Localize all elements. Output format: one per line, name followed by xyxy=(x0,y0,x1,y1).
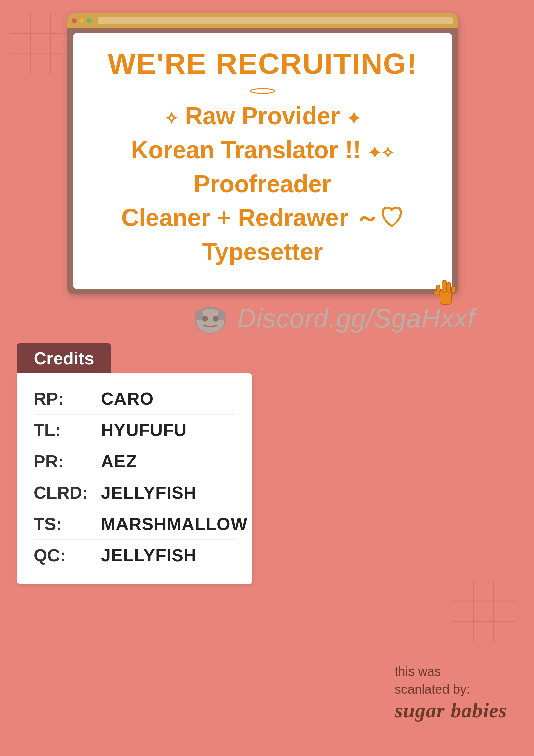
credits-row: PR:AEZ xyxy=(34,446,236,477)
svg-point-17 xyxy=(202,316,208,322)
svg-rect-14 xyxy=(434,291,440,295)
credits-value: CARO xyxy=(101,389,154,409)
credits-value: AEZ xyxy=(101,451,137,471)
scanlated-brand: sugar babies xyxy=(395,698,507,722)
svg-point-18 xyxy=(213,316,219,322)
svg-rect-13 xyxy=(452,286,455,293)
credits-value: HYUFUFU xyxy=(101,420,187,440)
grid-decoration-bottomright xyxy=(453,581,514,642)
dot-green xyxy=(87,18,92,23)
credits-label: PR: xyxy=(34,451,101,471)
svg-point-19 xyxy=(195,310,203,320)
credits-row: TL:HYUFUFU xyxy=(34,415,236,446)
svg-rect-11 xyxy=(447,282,451,292)
browser-addressbar xyxy=(98,17,453,24)
svg-rect-10 xyxy=(442,280,446,292)
credits-header: Credits xyxy=(17,343,111,373)
credits-label: TS: xyxy=(34,514,101,534)
svg-point-20 xyxy=(218,310,226,320)
credits-label: RP: xyxy=(34,389,101,409)
svg-point-8 xyxy=(250,89,275,93)
recruiting-title: WE'RE RECRUITING! xyxy=(90,46,435,81)
discord-logo xyxy=(193,303,227,334)
recruiting-item-clrd: Cleaner + Redrawer ～♡ xyxy=(90,201,435,235)
recruiting-item-pr: Proofreader xyxy=(90,167,435,201)
credits-value: MARSHMALLOW xyxy=(101,514,248,534)
dot-red xyxy=(72,18,77,23)
oval-decoration xyxy=(249,88,276,94)
credits-card: RP:CAROTL:HYUFUFUPR:AEZCLRD:JELLYFISHTS:… xyxy=(17,373,252,584)
credits-row: TS:MARSHMALLOW xyxy=(34,508,236,540)
grid-decoration-topleft xyxy=(10,13,71,74)
recruiting-item-tl: Korean Translator !! ✦✧ xyxy=(90,133,435,167)
browser-window: WE'RE RECRUITING! ✧ Raw Provider ✦ Korea… xyxy=(67,13,458,294)
recruiting-items: ✧ Raw Provider ✦ Korean Translator !! ✦✧… xyxy=(90,99,435,269)
credits-row: RP:CARO xyxy=(34,383,236,415)
credits-section: Credits RP:CAROTL:HYUFUFUPR:AEZCLRD:JELL… xyxy=(17,343,252,584)
credits-row: QC:JELLYFISH xyxy=(34,540,236,571)
credits-value: JELLYFISH xyxy=(101,545,197,565)
credits-label: CLRD: xyxy=(34,483,101,503)
credits-row: CLRD:JELLYFISH xyxy=(34,477,236,508)
scanlated-section: this was scanlated by: sugar babies xyxy=(395,663,507,722)
credits-value: JELLYFISH xyxy=(101,483,197,503)
browser-content: WE'RE RECRUITING! ✧ Raw Provider ✦ Korea… xyxy=(73,33,452,289)
discord-link[interactable]: Discord.gg/SgaHxxf xyxy=(237,303,475,334)
scanlated-line1: this was scanlated by: xyxy=(395,663,507,698)
dot-yellow xyxy=(79,18,84,23)
credits-label: TL: xyxy=(34,420,101,440)
recruiting-item-rp: ✧ Raw Provider ✦ xyxy=(90,99,435,133)
browser-titlebar xyxy=(67,13,458,28)
discord-section: Discord.gg/SgaHxxf xyxy=(135,303,534,334)
credits-label: QC: xyxy=(34,545,101,565)
recruiting-item-ts: Typesetter xyxy=(90,235,435,269)
